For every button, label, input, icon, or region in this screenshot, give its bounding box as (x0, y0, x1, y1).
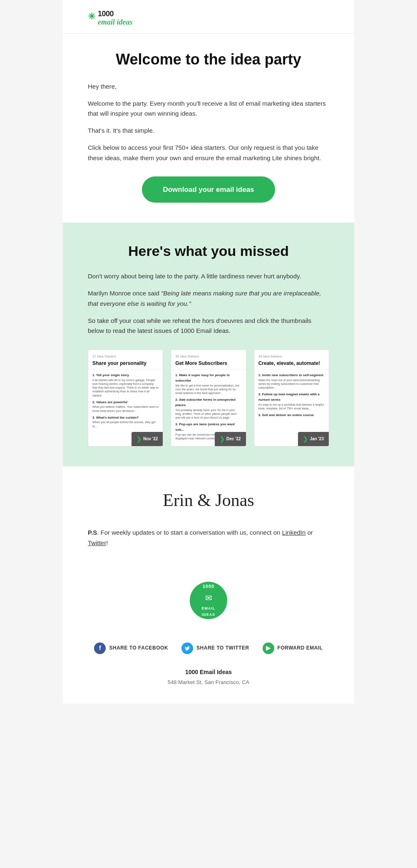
thumbnail-jan-item3: 3. Sell and deliver an online course (258, 413, 325, 418)
thumbnail-nov-badge: ❯ Nov '22 (132, 432, 163, 446)
thumbnail-dec-item2: 2. Add subscribe forms in unexpected pla… (175, 397, 241, 419)
thumbnail-nov[interactable]: 37 Idea Starters Share your personality … (88, 350, 163, 446)
missed-para1: Don't worry about being late to the part… (88, 271, 329, 282)
thumbnail-jan-header: 33 Idea Starters Create, elevate, automa… (254, 350, 329, 370)
social-row: f SHARE TO FACEBOOK SHARE TO TWITTER ▶ F… (63, 636, 354, 661)
footer-logo-email: EMAIL (202, 605, 216, 611)
para3: Click below to access your first 750+ id… (88, 143, 329, 164)
missed-title: Here's what you missed (88, 243, 329, 260)
thumbnail-nov-title: Share your personality (92, 360, 159, 367)
missed-section: Here's what you missed Don't worry about… (63, 223, 354, 466)
badge-arrow-icon: ❯ (137, 434, 141, 444)
thumbnail-nov-header: 37 Idea Starters Share your personality (88, 350, 163, 370)
thumbnail-dec[interactable]: 35 Idea Starters Get More Subscribers 1.… (171, 350, 246, 446)
thumbnail-dec-badge-label: Dec '22 (226, 436, 241, 442)
footer-logo-1000: 1000 (203, 583, 214, 590)
thumbnail-dec-item1: 1. Make it super easy for people to subs… (175, 373, 241, 395)
thumbnail-jan-title: Create, elevate, automate! (258, 360, 325, 367)
thumbnail-nov-item1: 1. Tell your origin story It all started… (92, 373, 159, 397)
ps-text-body: . For weekly updates or to start a conve… (97, 529, 282, 536)
logo-1000: 1000 (98, 10, 133, 18)
thumbnail-dec-title: Get More Subscribers (175, 360, 241, 367)
thumbnail-jan-body: 1. Invite new subscribers to self-segmen… (254, 370, 329, 424)
ps-bold: P.S (88, 529, 97, 536)
facebook-icon: f (94, 642, 106, 654)
ps-connector: or (305, 529, 313, 536)
para1: Welcome to the party. Every month you'll… (88, 99, 329, 119)
footer-company: 1000 Email Ideas (88, 667, 329, 677)
thumbnail-nov-issue-label: 37 Idea Starters (92, 354, 159, 360)
footer-address-text: 548 Market St, San Francisco, CA (88, 678, 329, 687)
logo-email-ideas: email ideas (98, 18, 133, 27)
logo-text-block: 1000 email ideas (98, 10, 133, 27)
download-button[interactable]: Download your email ideas (142, 176, 275, 203)
thumbnail-nov-body: 1. Tell your origin story It all started… (88, 370, 163, 434)
envelope-icon: ✉ (205, 591, 212, 605)
thumbnail-jan-item1: 1. Invite new subscribers to self-segmen… (258, 373, 325, 389)
email-wrapper: ✳ 1000 email ideas Welcome to the idea p… (63, 0, 354, 704)
thumbnail-nov-item2: 2. Values are powerful What you believe … (92, 400, 159, 413)
logo-container: ✳ 1000 email ideas (88, 10, 329, 27)
share-twitter-button[interactable]: SHARE TO TWITTER (181, 642, 249, 654)
thumbnail-dec-issue-label: 35 Idea Starters (175, 354, 241, 360)
footer-logo-circle: 1000 ✉ EMAIL IDEAS (190, 582, 227, 619)
footer-logo-inner: 1000 ✉ EMAIL IDEAS (202, 583, 216, 618)
missed-para3: So take off your coat while we reheat th… (88, 316, 329, 337)
thumbnail-nov-badge-label: Nov '22 (143, 436, 158, 442)
footer-logo-ideas: IDEAS (202, 612, 216, 618)
thumbnail-jan-issue-label: 33 Idea Starters (258, 354, 325, 360)
thumbnail-dec-header: 35 Idea Starters Get More Subscribers (171, 350, 246, 370)
badge-arrow-dec-icon: ❯ (220, 434, 225, 444)
para2: That's it. It's that simple. (88, 126, 329, 136)
thumbnails-row: 37 Idea Starters Share your personality … (88, 350, 329, 446)
signature-section: Erin & Jonas P.S. For weekly updates or … (63, 466, 354, 565)
thumbnail-jan-badge-label: Jan '23 (310, 436, 324, 442)
thumbnail-jan[interactable]: 33 Idea Starters Create, elevate, automa… (254, 350, 329, 446)
signature-text: Erin & Jonas (88, 486, 329, 514)
thumbnail-dec-badge: ❯ Dec '22 (215, 432, 246, 446)
main-title: Welcome to the idea party (88, 50, 329, 68)
badge-arrow-jan-icon: ❯ (303, 434, 308, 444)
share-facebook-button[interactable]: f SHARE TO FACEBOOK (94, 642, 168, 654)
thumbnail-jan-badge: ❯ Jan '23 (298, 432, 329, 446)
logo-asterisk-icon: ✳ (88, 9, 95, 24)
missed-para2-prefix: Marilyn Monroe once said (88, 290, 161, 297)
share-twitter-label: SHARE TO TWITTER (196, 644, 249, 652)
footer-logo-section: 1000 ✉ EMAIL IDEAS (63, 565, 354, 636)
thumbnail-jan-item2: 2. Follow up lead magnet emails with a n… (258, 392, 325, 410)
forward-email-button[interactable]: ▶ FORWARD EMAIL (263, 642, 323, 654)
ps-paragraph: P.S. For weekly updates or to start a co… (88, 528, 329, 548)
linkedin-link[interactable]: LinkedIn (282, 529, 306, 536)
missed-para2: Marilyn Monroe once said "Being late mea… (88, 288, 329, 309)
main-section: Welcome to the idea party Hey there, Wel… (63, 34, 354, 223)
ps-end: ! (106, 539, 108, 546)
footer-address: 1000 Email Ideas 548 Market St, San Fran… (63, 661, 354, 704)
header: ✳ 1000 email ideas (63, 0, 354, 34)
forward-email-label: FORWARD EMAIL (278, 644, 323, 652)
twitter-icon (181, 642, 193, 654)
share-facebook-label: SHARE TO FACEBOOK (109, 644, 168, 652)
thumbnail-nov-item3: 3. What's behind the curtain? When you l… (92, 415, 159, 428)
greeting: Hey there, (88, 82, 329, 92)
twitter-link[interactable]: Twitter (88, 539, 106, 546)
forward-email-icon: ▶ (263, 642, 274, 654)
